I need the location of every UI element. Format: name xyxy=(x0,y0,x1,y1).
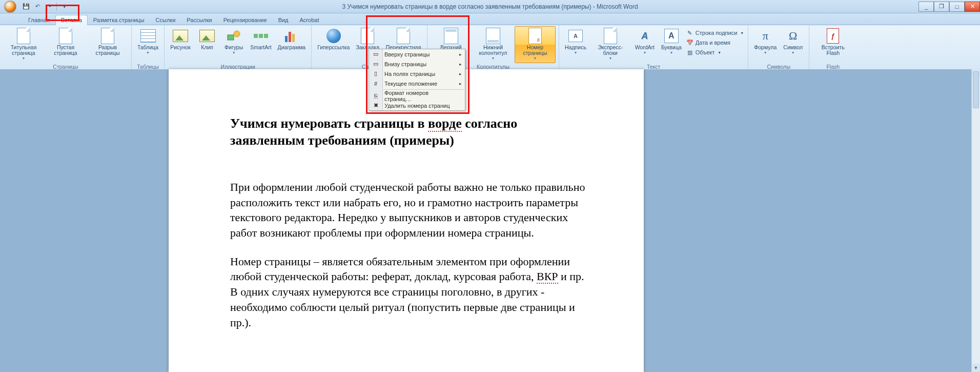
cover-page-label: Титульная страница xyxy=(6,45,42,56)
page-number-button[interactable]: Номер страницы ▼ xyxy=(515,26,556,63)
tab-mailings[interactable]: Рассылки xyxy=(181,15,217,25)
tab-insert[interactable]: Вставка xyxy=(55,15,88,25)
footer-button[interactable]: Нижний колонтитул ▼ xyxy=(473,26,514,63)
menu-top-of-page[interactable]: ▭ Вверху страницы ▸ xyxy=(369,49,465,59)
menu-remove-page-numbers[interactable]: ✖ Удалить номера страниц xyxy=(369,101,465,110)
hyperlink-button[interactable]: Гиперссылка xyxy=(315,26,352,63)
tab-pagelayout[interactable]: Разметка страницы xyxy=(88,15,150,25)
qat-save-button[interactable]: 💾 xyxy=(22,2,31,11)
symbol-button[interactable]: Ω Символ ▼ xyxy=(780,26,806,63)
menu-remove-label: Удалить номера страниц xyxy=(384,103,450,109)
textbox-button[interactable]: A Надпись ▼ xyxy=(562,26,589,63)
menu-format-page-numbers[interactable]: ⎘ Формат номеров страниц… xyxy=(369,91,465,101)
close-button[interactable]: ✕ xyxy=(965,2,980,12)
current-pos-icon: # xyxy=(372,80,380,88)
menu-margins-label: На полях страницы xyxy=(384,71,435,77)
group-illustrations: Рисунок Клип Фигуры ▼ SmartArt xyxy=(165,25,312,70)
ribbon: Титульная страница ▼ Пустая страница Раз… xyxy=(0,25,980,71)
table-button[interactable]: Таблица ▼ xyxy=(135,26,161,63)
chevron-right-icon: ▸ xyxy=(459,71,462,76)
chevron-down-icon: ▼ xyxy=(22,56,26,60)
chevron-down-icon: ▼ xyxy=(574,51,577,54)
object-icon: ▥ xyxy=(686,49,693,56)
page-top-icon: ▭ xyxy=(372,50,380,58)
chevron-right-icon: ▸ xyxy=(459,81,462,86)
qat-customize-button[interactable]: ▾ xyxy=(60,2,69,11)
blank-page-button[interactable]: Пустая страница xyxy=(45,26,86,63)
picture-icon xyxy=(172,28,189,44)
window-title: 3 Учимся нумеровать страницы в ворде сог… xyxy=(0,3,980,10)
shapes-label: Фигуры xyxy=(224,45,243,50)
qat-undo-button[interactable]: ↶ xyxy=(33,2,42,11)
picture-button[interactable]: Рисунок xyxy=(168,26,193,63)
textbox-label: Надпись xyxy=(565,45,586,50)
maximize-button[interactable]: □ xyxy=(949,2,965,12)
document-workspace: Учимся нумеровать страницы в ворде согла… xyxy=(0,69,980,372)
date-time-button[interactable]: 📅Дата и время xyxy=(685,38,745,47)
smartart-label: SmartArt xyxy=(250,45,271,50)
minimize-button[interactable]: _ xyxy=(918,2,934,12)
page-break-button[interactable]: Разрыв страницы xyxy=(87,26,128,63)
signature-line-button[interactable]: ✎Строка подписи▼ xyxy=(685,28,745,37)
chevron-down-icon: ▼ xyxy=(643,51,646,54)
crossref-icon xyxy=(395,28,412,44)
hyperlink-label: Гиперссылка xyxy=(317,45,350,50)
page-bottom-icon: ▭ xyxy=(372,60,380,68)
vertical-scrollbar[interactable]: ▲ ▼ xyxy=(971,69,980,372)
table-label: Таблица xyxy=(137,45,158,50)
embed-flash-button[interactable]: ƒ Встроить Flash xyxy=(812,26,853,63)
tab-acrobat[interactable]: Acrobat xyxy=(294,15,325,25)
document-page[interactable]: Учимся нумеровать страницы в ворде согла… xyxy=(169,69,644,372)
quickparts-button[interactable]: Экспресс-блоки ▼ xyxy=(590,26,631,63)
scroll-thumb[interactable] xyxy=(973,71,979,108)
menu-page-margins[interactable]: ▯ На полях страницы ▸ xyxy=(369,69,465,79)
dropcap-button[interactable]: A Буквица ▼ xyxy=(659,26,684,63)
qat-redo-button[interactable]: ↷ xyxy=(44,2,53,11)
date-label: Дата и время xyxy=(696,40,730,46)
object-button[interactable]: ▥Объект▼ xyxy=(685,48,745,57)
heading-part-1: Учимся нумеровать страницы в xyxy=(230,116,428,131)
menu-current-label: Текущее положение xyxy=(384,81,437,87)
signature-icon: ✎ xyxy=(686,29,693,36)
title-bar: 💾 ↶ ↷ ▾ 3 Учимся нумеровать страницы в в… xyxy=(0,0,980,13)
group-tables: Таблица ▼ Таблицы xyxy=(132,25,165,70)
office-button[interactable] xyxy=(1,0,19,13)
chart-label: Диаграмма xyxy=(278,45,306,50)
smartart-button[interactable]: SmartArt xyxy=(248,26,274,63)
menu-bottom-of-page[interactable]: ▭ Внизу страницы ▸ xyxy=(369,59,465,69)
wordart-button[interactable]: A WordArt ▼ xyxy=(632,26,658,63)
document-paragraph-2: Номер страницы – является обязательным э… xyxy=(230,254,587,330)
page-number-label: Номер страницы xyxy=(517,45,553,56)
page-margins-icon: ▯ xyxy=(372,70,380,78)
shapes-icon xyxy=(226,28,242,44)
signature-label: Строка подписи xyxy=(696,30,737,36)
chart-button[interactable]: Диаграмма xyxy=(275,26,309,63)
footer-label: Нижний колонтитул xyxy=(475,45,511,56)
menu-current-position[interactable]: # Текущее положение ▸ xyxy=(369,79,465,88)
chevron-down-icon: ▼ xyxy=(492,56,495,60)
chevron-down-icon: ▼ xyxy=(669,51,673,54)
wordart-label: WordArt xyxy=(635,45,655,50)
flash-icon: ƒ xyxy=(825,28,841,44)
ribbon-tabstrip: Главная Вставка Разметка страницы Ссылки… xyxy=(0,13,980,25)
menu-format-label: Формат номеров страниц… xyxy=(384,90,457,102)
tab-home[interactable]: Главная xyxy=(23,15,55,25)
tab-references[interactable]: Ссылки xyxy=(150,15,181,25)
restore-button[interactable]: ❐ xyxy=(934,2,949,12)
tab-view[interactable]: Вид xyxy=(273,15,294,25)
cover-page-button[interactable]: Титульная страница ▼ xyxy=(3,26,44,63)
scroll-down-button[interactable]: ▼ xyxy=(972,364,980,372)
symbol-label: Символ xyxy=(783,45,803,50)
clipart-button[interactable]: Клип xyxy=(194,26,220,63)
cover-page-icon xyxy=(15,28,32,44)
shapes-button[interactable]: Фигуры ▼ xyxy=(221,26,247,63)
p2-misspelled-word: ВКР xyxy=(537,270,558,284)
heading-misspelled-word: ворде xyxy=(428,116,462,132)
chevron-down-icon: ▼ xyxy=(791,51,795,54)
chevron-down-icon: ▼ xyxy=(146,51,150,54)
tab-review[interactable]: Рецензирование xyxy=(218,15,273,25)
window-controls: _ ❐ □ ✕ xyxy=(918,2,980,12)
chevron-down-icon: ▼ xyxy=(740,31,744,35)
equation-button[interactable]: π Формула ▼ xyxy=(751,26,779,63)
svg-point-1 xyxy=(234,31,240,37)
